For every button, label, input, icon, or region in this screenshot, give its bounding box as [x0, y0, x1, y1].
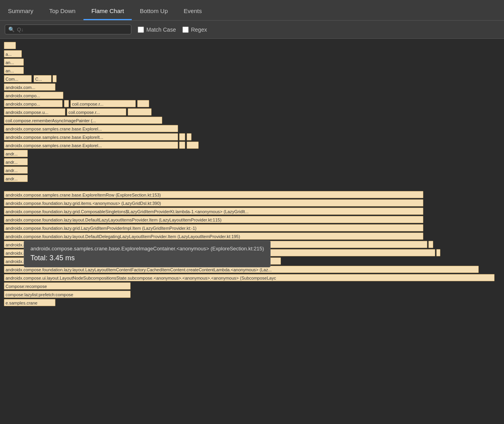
flame-block[interactable]: androidx.compo...	[4, 92, 63, 99]
flame-block[interactable]	[436, 249, 440, 256]
flame-block[interactable]: androidx.compose.foundation.lazy.layout.…	[4, 233, 423, 240]
match-case-label: Match Case	[146, 26, 176, 33]
flame-row: androidx.compo...coil.compose.r...	[0, 100, 504, 108]
match-case-option[interactable]: Match Case	[138, 26, 176, 33]
flame-block[interactable]	[187, 133, 191, 140]
flame-row: androidx.compose.foundation.lazy.layout.…	[0, 233, 504, 240]
flame-row: Com...C...	[0, 75, 504, 83]
search-input[interactable]	[17, 26, 128, 32]
flame-block[interactable]: androidx.compose.foundation.lazy.grid.La…	[4, 224, 423, 231]
flame-block[interactable]: androidx.compo...	[4, 100, 63, 107]
flame-block[interactable]	[53, 75, 57, 82]
flame-block[interactable]: Com...	[4, 75, 32, 82]
search-icon: 🔍	[8, 26, 15, 32]
flame-row: Compose:recompose	[0, 282, 504, 290]
flame-block[interactable]: androidx.com...	[4, 83, 55, 91]
flame-row: coil.compose.rememberAsyncImagePainter (…	[0, 117, 504, 125]
flame-block[interactable]: coil.compose.rememberAsyncImagePainter (…	[4, 117, 162, 124]
flame-block[interactable]: andr...	[4, 175, 28, 182]
flame-block[interactable]: androidx.compose.foundation.lazy.grid.it…	[4, 199, 423, 206]
flame-block[interactable]	[179, 142, 185, 149]
tab-summary[interactable]: Summary	[0, 3, 41, 20]
flame-row: androidx.compose.foundation.lazy.grid.La…	[0, 224, 504, 232]
flame-row: androidx.compose.u...coil.compose.r...	[0, 108, 504, 116]
flame-block[interactable]: andr...	[4, 167, 28, 174]
flame-row: compose:lazylist:prefetch:compose	[0, 291, 504, 299]
flame-block[interactable]	[4, 42, 16, 49]
regex-option[interactable]: Regex	[182, 26, 207, 33]
tooltip: androidx.compose.samples.crane.base.Expl…	[24, 240, 271, 267]
flame-row	[0, 42, 504, 50]
tabs-bar: Summary Top Down Flame Chart Bottom Up E…	[0, 0, 504, 21]
flame-row: androidx.compose.samples.crane.base.Expl…	[0, 125, 504, 133]
flame-block[interactable]: coil.compose.r...	[70, 100, 136, 107]
tooltip-title: androidx.compose.samples.crane.base.Expl…	[30, 246, 264, 252]
flame-block[interactable]: androidx.compose.foundation.lazy.layout.…	[4, 216, 423, 223]
flame-row: androidx.compose.samples.crane.base.Expl…	[0, 133, 504, 141]
flame-row: andr...	[0, 158, 504, 166]
tooltip-total: Total: 3.45 ms	[30, 254, 264, 262]
flame-block[interactable]: an...	[4, 59, 24, 66]
flame-row: an...	[0, 59, 504, 66]
flame-row: androidx.compose.foundation.lazy.layout.…	[0, 216, 504, 224]
flame-block[interactable]: androidx.compose.samples.crane.base.Expl…	[4, 133, 178, 140]
flame-block[interactable]: androidx.compose.samples.crane.base.Expl…	[4, 191, 423, 198]
flame-block[interactable]: androidx.compose.samples.crane.base.Expl…	[4, 142, 178, 149]
flame-row: e.samples.crane	[0, 299, 504, 307]
search-input-wrapper[interactable]: 🔍	[5, 25, 131, 34]
flame-row: androidx.compose.foundation.lazy.grid.Co…	[0, 208, 504, 216]
flame-row: androidx.compo...	[0, 92, 504, 100]
flame-block[interactable]: androidx.compose.samples.crane.base.Expl…	[4, 125, 178, 132]
tab-bottomup[interactable]: Bottom Up	[132, 3, 176, 20]
flame-block[interactable]	[64, 100, 69, 107]
flame-block[interactable]: coil.compose.r...	[67, 108, 126, 115]
flame-block[interactable]: Compose:recompose	[4, 282, 131, 290]
flame-row: an...	[0, 67, 504, 75]
flame-block[interactable]	[137, 100, 149, 107]
flame-block[interactable]	[128, 108, 152, 115]
flame-block[interactable]: androidx.compose.u...	[4, 108, 65, 115]
flame-row: a...	[0, 50, 504, 58]
flame-block[interactable]: andr...	[4, 158, 28, 165]
flame-row-spacer	[0, 183, 504, 191]
flame-block[interactable]	[187, 142, 199, 149]
flame-block[interactable]: e.samples.crane	[4, 299, 55, 306]
flame-block[interactable]: androidx.compose.ui.layout.LayoutNodeSub…	[4, 274, 495, 281]
flame-row: andr...	[0, 175, 504, 183]
flame-block[interactable]: compose:lazylist:prefetch:compose	[4, 291, 131, 298]
flame-block[interactable]: androidx.compose.foundation.lazy.grid.Co…	[4, 208, 423, 215]
flame-block[interactable]: a...	[4, 50, 22, 57]
flame-row: androidx.compose.samples.crane.base.Expl…	[0, 191, 504, 199]
flame-row: androidx.compose.foundation.lazy.grid.it…	[0, 199, 504, 207]
tab-topdown[interactable]: Top Down	[41, 3, 83, 20]
match-case-checkbox[interactable]	[138, 26, 144, 33]
flame-row: andr...	[0, 150, 504, 158]
flame-chart-area: a...an...an...Com...C...androidx.com...a…	[0, 39, 504, 310]
regex-label: Regex	[191, 26, 207, 33]
search-bar: 🔍 Match Case Regex	[0, 21, 504, 39]
flame-block[interactable]: an...	[4, 67, 24, 74]
flame-row: androidx.compose.ui.layout.LayoutNodeSub…	[0, 274, 504, 282]
flame-row: androidx.compose.samples.crane.base.Expl…	[0, 142, 504, 150]
flame-block[interactable]: C...	[34, 75, 51, 82]
flame-row: andr...	[0, 167, 504, 174]
flame-block[interactable]	[179, 133, 185, 140]
tab-flamechart[interactable]: Flame Chart	[83, 3, 132, 20]
tab-events[interactable]: Events	[176, 3, 210, 20]
flame-block[interactable]	[428, 241, 433, 248]
regex-checkbox[interactable]	[182, 26, 189, 33]
flame-row: androidx.com...	[0, 83, 504, 91]
flame-block[interactable]: andr...	[4, 150, 28, 157]
